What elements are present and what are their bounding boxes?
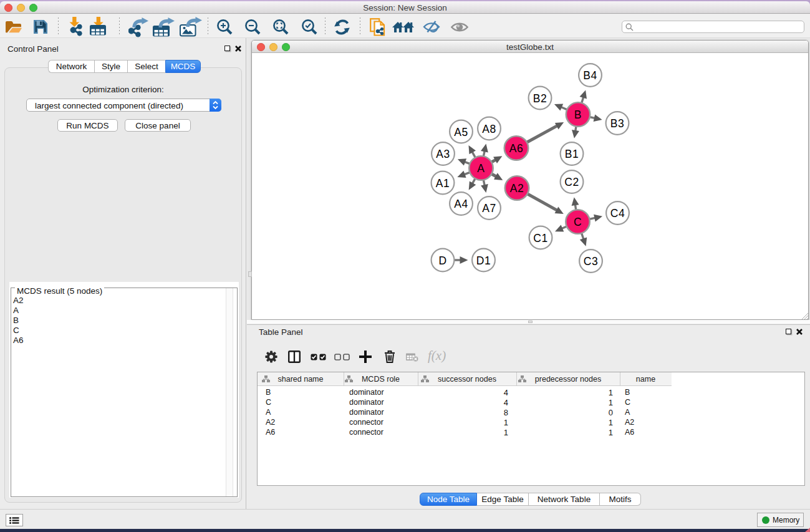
svg-text:B3: B3 bbox=[610, 117, 625, 130]
svg-text:B1: B1 bbox=[565, 148, 579, 160]
svg-text:B4: B4 bbox=[583, 69, 597, 82]
svg-text:A5: A5 bbox=[454, 126, 468, 138]
svg-text:C3: C3 bbox=[584, 255, 599, 268]
svg-text:A8: A8 bbox=[482, 123, 496, 135]
svg-text:C2: C2 bbox=[564, 176, 579, 188]
svg-text:A2: A2 bbox=[510, 182, 524, 195]
svg-text:A: A bbox=[477, 162, 485, 175]
svg-text:B: B bbox=[574, 109, 582, 121]
svg-text:A3: A3 bbox=[436, 148, 450, 160]
svg-text:D1: D1 bbox=[476, 254, 491, 267]
svg-text:C1: C1 bbox=[533, 232, 548, 244]
svg-text:C: C bbox=[574, 216, 582, 228]
svg-text:B2: B2 bbox=[533, 92, 547, 105]
svg-text:A4: A4 bbox=[454, 198, 468, 210]
svg-text:C4: C4 bbox=[610, 207, 625, 220]
svg-text:A1: A1 bbox=[436, 177, 450, 190]
svg-text:A7: A7 bbox=[482, 202, 496, 215]
svg-text:D: D bbox=[438, 254, 446, 267]
svg-text:A6: A6 bbox=[509, 142, 524, 155]
